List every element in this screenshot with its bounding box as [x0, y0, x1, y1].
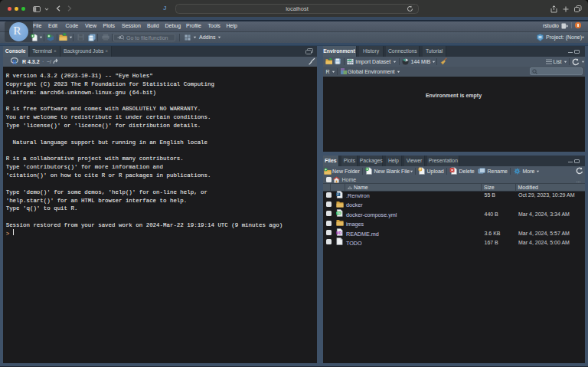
svg-text:MD: MD	[336, 231, 342, 234]
svg-text:YML: YML	[337, 212, 342, 215]
svg-text:R: R	[12, 59, 17, 64]
